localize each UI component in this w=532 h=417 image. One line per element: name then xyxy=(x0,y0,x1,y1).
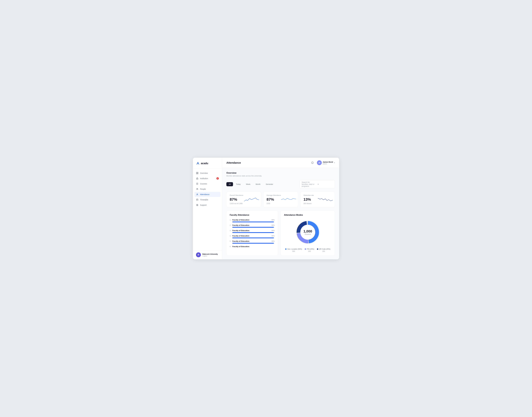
faculty-bar-fill xyxy=(232,238,274,238)
svg-rect-3 xyxy=(197,173,198,174)
faculty-bar-fill xyxy=(232,227,274,228)
user-name: James Bond xyxy=(323,161,333,163)
legend-label-pin: PIN (25%) xyxy=(307,248,314,250)
svg-point-13 xyxy=(197,194,198,195)
logo-text: acadu xyxy=(201,162,208,165)
table-row: 2 Faculty of Education 98% xyxy=(230,224,275,228)
faculty-name: Faculty of Education xyxy=(232,246,275,248)
faculty-num: 6 xyxy=(230,246,231,248)
org-info: Babcock Univesity Legacy xyxy=(202,253,218,257)
legend-item-geo: Geo- Location (50%) 500 xyxy=(285,248,302,252)
faculty-card-title: Faculty Attendance xyxy=(230,214,275,216)
faculty-card: Faculty Attendance 1 Faculty of Educatio… xyxy=(226,210,278,256)
svg-point-19 xyxy=(197,205,198,205)
user-avatar: JB xyxy=(317,160,322,165)
donut-wrapper: 1,000 Students Geo- Location (50%) 500 xyxy=(284,219,332,252)
calendar-icon xyxy=(196,198,198,201)
stat-card-overall: Overall Attendance 87% 2,833 out of 2,96… xyxy=(226,192,261,207)
svg-point-12 xyxy=(197,188,198,189)
faculty-name: Faculty of Education xyxy=(232,224,270,226)
faculty-bar-fill xyxy=(232,232,274,233)
sidebar-item-label-institution: Institution xyxy=(200,177,208,179)
topbar-right: JB James Bond Admin ▾ xyxy=(310,160,335,165)
legend-value-qr: 250 xyxy=(322,250,325,252)
qr-dot xyxy=(317,248,318,250)
main-content: Attendance JB James Bond Admin ▾ xyxy=(222,158,339,259)
faculty-bar-bg xyxy=(232,227,275,228)
notification-button[interactable] xyxy=(310,160,315,165)
faculty-num: 1 xyxy=(230,219,231,221)
sidebar-item-label-people: People xyxy=(200,188,206,190)
sidebar-item-courses[interactable]: Courses xyxy=(194,181,220,186)
section-title: Overview xyxy=(226,172,335,174)
section-header: Overview Monitor attendance stats across… xyxy=(226,172,335,177)
institution-badge: 2 xyxy=(216,177,219,180)
book-icon xyxy=(196,183,198,185)
svg-point-11 xyxy=(197,188,197,189)
svg-rect-0 xyxy=(196,172,197,173)
sidebar-logo: acadu xyxy=(193,158,222,168)
sidebar-item-label-support: Support xyxy=(200,204,206,206)
stat-card-average: Average Attendance 87% 2333 xyxy=(263,192,298,207)
legend-value-pin: 250 xyxy=(308,250,311,252)
sidebar-item-timetable[interactable]: Timetable xyxy=(194,197,220,202)
table-row: 4 Faculty of Education 98% xyxy=(230,235,275,238)
sidebar-item-label-timetable: Timetable xyxy=(200,199,208,201)
filter-tab-week[interactable]: Week xyxy=(244,182,253,186)
faculty-list: 1 Faculty of Education 98% 2 xyxy=(230,219,275,248)
faculty-bar-fill xyxy=(232,243,274,244)
search-dropdown[interactable]: Search for faculties, dept or programs ▾ xyxy=(299,180,335,188)
sidebar-item-label-courses: Courses xyxy=(200,183,207,185)
sidebar-item-label-overview: Overview xyxy=(200,172,208,174)
faculty-num: 2 xyxy=(230,224,231,226)
svg-rect-8 xyxy=(197,183,198,185)
sidebar-item-people[interactable]: People xyxy=(194,187,220,192)
sidebar-item-label-attendance: Attendance xyxy=(200,193,209,196)
table-row: 1 Faculty of Education 98% xyxy=(230,219,275,222)
faculty-num: 5 xyxy=(230,240,231,242)
people-icon xyxy=(196,188,198,190)
sidebar-item-overview[interactable]: Overview xyxy=(194,171,220,176)
page-title: Attendance xyxy=(226,161,241,164)
sparkline-average xyxy=(281,196,296,203)
donut-total: 1,000 xyxy=(304,229,312,233)
faculty-bar-fill xyxy=(232,221,274,222)
filter-tab-semester[interactable]: Semester xyxy=(263,182,276,186)
faculty-num: 3 xyxy=(230,230,231,231)
geo-dot xyxy=(285,248,286,250)
filter-tab-today[interactable]: Today xyxy=(234,182,243,186)
sidebar-item-attendance[interactable]: Attendance xyxy=(194,192,220,197)
faculty-pct: 98% xyxy=(271,224,275,226)
filter-bar: All Today Week Month Semester Search for… xyxy=(226,180,335,188)
search-dropdown-text: Search for faculties, dept or programs xyxy=(302,181,317,187)
faculty-num: 4 xyxy=(230,235,231,237)
filter-tab-month[interactable]: Month xyxy=(253,182,263,186)
sparkline-absent xyxy=(318,196,333,203)
sidebar: acadu Overview xyxy=(193,158,222,259)
legend-label-geo: Geo- Location (50%) xyxy=(287,248,302,250)
filter-tab-all[interactable]: All xyxy=(226,182,233,186)
legend-label-qr: QR Code (25%) xyxy=(319,248,330,250)
chevron-down-icon: ▾ xyxy=(334,162,335,164)
faculty-name: Faculty of Education xyxy=(232,219,270,221)
faculty-bar-bg xyxy=(232,221,275,222)
faculty-pct: 98% xyxy=(271,230,275,231)
sidebar-footer: B Babcock Univesity Legacy xyxy=(193,250,222,259)
table-row: 5 Faculty of Education 98% xyxy=(230,240,275,244)
sidebar-item-support[interactable]: Support xyxy=(194,202,220,208)
user-menu[interactable]: JB James Bond Admin ▾ xyxy=(317,160,335,165)
donut-label: Students xyxy=(304,233,312,235)
stat-card-absent: Abstentee rate 13% 255 Absent xyxy=(300,192,335,207)
table-row: 3 Faculty of Education 98% xyxy=(230,229,275,233)
donut-legend: Geo- Location (50%) 500 PIN (25%) 250 xyxy=(285,248,330,252)
legend-value-geo: 500 xyxy=(292,250,295,252)
svg-rect-2 xyxy=(196,173,197,174)
modes-card-title: Attendance Modes xyxy=(284,214,332,216)
faculty-name: Faculty of Education xyxy=(232,235,270,237)
faculty-bar-bg xyxy=(232,238,275,238)
faculty-pct: 98% xyxy=(271,240,275,242)
sidebar-item-institution[interactable]: Institution 2 xyxy=(194,176,220,181)
donut-center: 1,000 Students xyxy=(304,229,312,235)
donut-chart: 1,000 Students xyxy=(295,219,321,246)
org-name: Babcock Univesity xyxy=(202,253,218,255)
